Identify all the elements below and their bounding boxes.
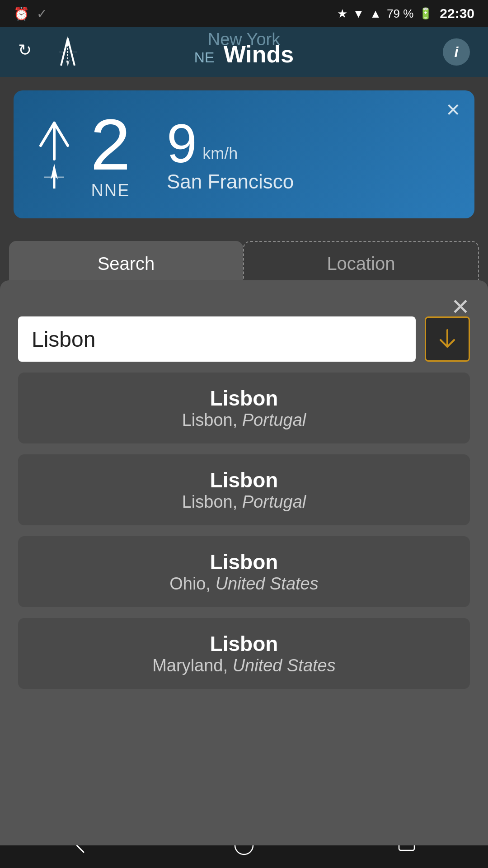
search-go-button[interactable] xyxy=(425,316,470,362)
svg-line-6 xyxy=(41,123,54,146)
wind-kmh-unit: km/h xyxy=(202,144,238,163)
wind-kmh-row: 9 km/h xyxy=(167,116,238,170)
result-detail-3: Maryland, United States xyxy=(36,656,452,675)
time-label: 22:30 xyxy=(440,6,474,21)
wind-card: ✕ 2 NNE 9 km/h San Francisco xyxy=(14,90,474,218)
tabs-container: Search Location xyxy=(9,241,479,286)
info-button[interactable]: i xyxy=(443,38,470,66)
signal-icon: ▲ xyxy=(370,7,381,21)
result-city-0: Lisbon xyxy=(36,386,452,410)
nav-center: New York NE Winds xyxy=(194,36,294,68)
result-item-2[interactable]: Lisbon Ohio, United States xyxy=(18,536,470,607)
bluetooth-icon: ★ xyxy=(337,7,347,21)
result-city-1: Lisbon xyxy=(36,468,452,492)
alarm-icon: ⏰ xyxy=(14,6,29,21)
wind-speed-block: 2 NNE xyxy=(90,108,131,200)
wind-direction-label: NNE xyxy=(91,181,130,200)
task-icon: ✓ xyxy=(37,6,47,21)
result-item-1[interactable]: Lisbon Lisbon, Portugal xyxy=(18,454,470,525)
wind-arrow xyxy=(36,118,72,191)
wind-kmh-value: 9 xyxy=(167,113,197,174)
svg-line-7 xyxy=(54,123,68,146)
nav-subtitle: New York xyxy=(208,30,281,49)
result-detail-2: Ohio, United States xyxy=(36,574,452,594)
compass-icon xyxy=(50,34,86,70)
status-icons-right: ★ ▼ ▲ 79 % 🔋 22:30 xyxy=(337,6,474,21)
result-item-0[interactable]: Lisbon Lisbon, Portugal xyxy=(18,373,470,443)
search-modal: ✕ Lisbon Lisbon, Portugal Lisbon Lisbon,… xyxy=(0,280,488,845)
battery-label: 79 % xyxy=(387,7,413,21)
result-detail-1: Lisbon, Portugal xyxy=(36,492,452,512)
nav-left: ↻ xyxy=(18,34,86,70)
nav-direction: NE xyxy=(194,49,214,66)
search-input[interactable] xyxy=(18,316,416,362)
arrow-down-icon xyxy=(436,328,459,350)
wind-card-close-button[interactable]: ✕ xyxy=(446,99,461,120)
modal-close-button[interactable]: ✕ xyxy=(451,294,470,320)
wind-speed-number: 2 xyxy=(90,108,131,181)
result-item-3[interactable]: Lisbon Maryland, United States xyxy=(18,618,470,689)
wind-location: San Francisco xyxy=(167,170,294,193)
battery-icon: 🔋 xyxy=(419,7,432,20)
tab-search[interactable]: Search xyxy=(9,241,243,286)
result-detail-0: Lisbon, Portugal xyxy=(36,410,452,430)
result-city-2: Lisbon xyxy=(36,550,452,574)
wind-right-block: 9 km/h San Francisco xyxy=(167,116,294,193)
wifi-icon: ▼ xyxy=(353,7,365,21)
search-row xyxy=(18,316,470,362)
result-city-3: Lisbon xyxy=(36,632,452,656)
status-bar: ⏰ ✓ ★ ▼ ▲ 79 % 🔋 22:30 xyxy=(0,0,488,27)
wind-vane-icon xyxy=(36,118,72,191)
top-nav: ↻ New York NE Winds i xyxy=(0,27,488,77)
status-icons-left: ⏰ ✓ xyxy=(14,6,47,21)
tab-location[interactable]: Location xyxy=(243,241,479,286)
refresh-button[interactable]: ↻ xyxy=(18,41,41,63)
